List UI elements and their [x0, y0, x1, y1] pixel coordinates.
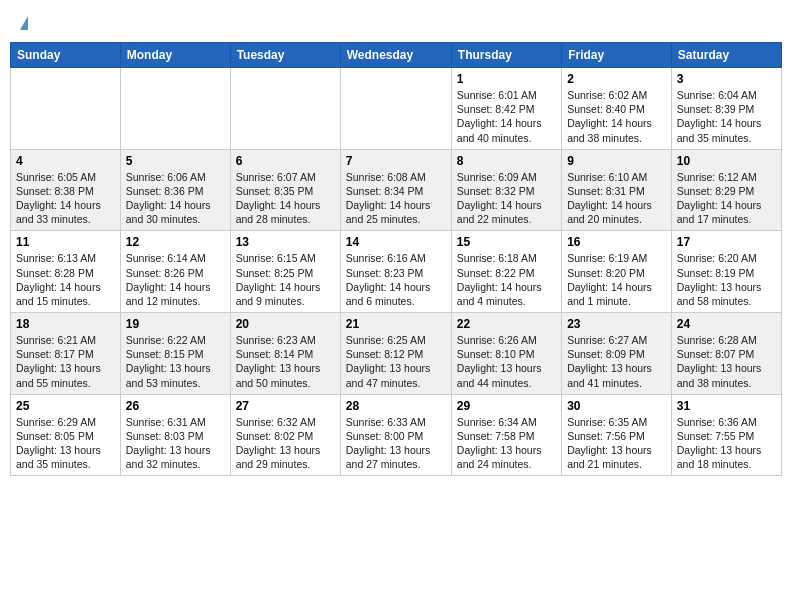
day-info: Sunrise: 6:02 AMSunset: 8:40 PMDaylight:…	[567, 88, 666, 145]
calendar-cell: 8Sunrise: 6:09 AMSunset: 8:32 PMDaylight…	[451, 149, 561, 231]
calendar-cell: 18Sunrise: 6:21 AMSunset: 8:17 PMDayligh…	[11, 313, 121, 395]
calendar-cell: 28Sunrise: 6:33 AMSunset: 8:00 PMDayligh…	[340, 394, 451, 476]
calendar-cell	[340, 68, 451, 150]
calendar-cell: 23Sunrise: 6:27 AMSunset: 8:09 PMDayligh…	[562, 313, 672, 395]
day-number: 31	[677, 399, 776, 413]
day-info: Sunrise: 6:18 AMSunset: 8:22 PMDaylight:…	[457, 251, 556, 308]
day-info: Sunrise: 6:06 AMSunset: 8:36 PMDaylight:…	[126, 170, 225, 227]
day-number: 21	[346, 317, 446, 331]
day-number: 9	[567, 154, 666, 168]
day-info: Sunrise: 6:29 AMSunset: 8:05 PMDaylight:…	[16, 415, 115, 472]
day-info: Sunrise: 6:05 AMSunset: 8:38 PMDaylight:…	[16, 170, 115, 227]
day-number: 7	[346, 154, 446, 168]
calendar-cell: 12Sunrise: 6:14 AMSunset: 8:26 PMDayligh…	[120, 231, 230, 313]
day-number: 6	[236, 154, 335, 168]
calendar-cell: 4Sunrise: 6:05 AMSunset: 8:38 PMDaylight…	[11, 149, 121, 231]
calendar-cell: 30Sunrise: 6:35 AMSunset: 7:56 PMDayligh…	[562, 394, 672, 476]
calendar-cell: 7Sunrise: 6:08 AMSunset: 8:34 PMDaylight…	[340, 149, 451, 231]
day-info: Sunrise: 6:15 AMSunset: 8:25 PMDaylight:…	[236, 251, 335, 308]
day-number: 4	[16, 154, 115, 168]
day-info: Sunrise: 6:14 AMSunset: 8:26 PMDaylight:…	[126, 251, 225, 308]
calendar-cell: 31Sunrise: 6:36 AMSunset: 7:55 PMDayligh…	[671, 394, 781, 476]
calendar-week-row: 4Sunrise: 6:05 AMSunset: 8:38 PMDaylight…	[11, 149, 782, 231]
day-info: Sunrise: 6:35 AMSunset: 7:56 PMDaylight:…	[567, 415, 666, 472]
calendar-table: SundayMondayTuesdayWednesdayThursdayFrid…	[10, 42, 782, 476]
day-number: 15	[457, 235, 556, 249]
weekday-header-friday: Friday	[562, 43, 672, 68]
calendar-cell: 24Sunrise: 6:28 AMSunset: 8:07 PMDayligh…	[671, 313, 781, 395]
day-number: 1	[457, 72, 556, 86]
day-info: Sunrise: 6:04 AMSunset: 8:39 PMDaylight:…	[677, 88, 776, 145]
day-number: 24	[677, 317, 776, 331]
day-info: Sunrise: 6:12 AMSunset: 8:29 PMDaylight:…	[677, 170, 776, 227]
calendar-cell: 10Sunrise: 6:12 AMSunset: 8:29 PMDayligh…	[671, 149, 781, 231]
calendar-week-row: 18Sunrise: 6:21 AMSunset: 8:17 PMDayligh…	[11, 313, 782, 395]
day-number: 17	[677, 235, 776, 249]
day-info: Sunrise: 6:26 AMSunset: 8:10 PMDaylight:…	[457, 333, 556, 390]
calendar-cell: 11Sunrise: 6:13 AMSunset: 8:28 PMDayligh…	[11, 231, 121, 313]
day-info: Sunrise: 6:25 AMSunset: 8:12 PMDaylight:…	[346, 333, 446, 390]
day-info: Sunrise: 6:28 AMSunset: 8:07 PMDaylight:…	[677, 333, 776, 390]
calendar-cell: 5Sunrise: 6:06 AMSunset: 8:36 PMDaylight…	[120, 149, 230, 231]
day-number: 29	[457, 399, 556, 413]
logo	[18, 16, 28, 30]
calendar-cell: 22Sunrise: 6:26 AMSunset: 8:10 PMDayligh…	[451, 313, 561, 395]
weekday-header-tuesday: Tuesday	[230, 43, 340, 68]
calendar-cell: 2Sunrise: 6:02 AMSunset: 8:40 PMDaylight…	[562, 68, 672, 150]
weekday-header-saturday: Saturday	[671, 43, 781, 68]
weekday-header-wednesday: Wednesday	[340, 43, 451, 68]
day-number: 12	[126, 235, 225, 249]
calendar-cell: 29Sunrise: 6:34 AMSunset: 7:58 PMDayligh…	[451, 394, 561, 476]
calendar-cell: 25Sunrise: 6:29 AMSunset: 8:05 PMDayligh…	[11, 394, 121, 476]
day-number: 25	[16, 399, 115, 413]
calendar-cell: 20Sunrise: 6:23 AMSunset: 8:14 PMDayligh…	[230, 313, 340, 395]
page-header	[10, 10, 782, 36]
day-info: Sunrise: 6:33 AMSunset: 8:00 PMDaylight:…	[346, 415, 446, 472]
calendar-cell: 27Sunrise: 6:32 AMSunset: 8:02 PMDayligh…	[230, 394, 340, 476]
day-info: Sunrise: 6:27 AMSunset: 8:09 PMDaylight:…	[567, 333, 666, 390]
day-info: Sunrise: 6:32 AMSunset: 8:02 PMDaylight:…	[236, 415, 335, 472]
day-number: 19	[126, 317, 225, 331]
day-number: 10	[677, 154, 776, 168]
day-number: 30	[567, 399, 666, 413]
day-info: Sunrise: 6:36 AMSunset: 7:55 PMDaylight:…	[677, 415, 776, 472]
weekday-header-thursday: Thursday	[451, 43, 561, 68]
calendar-cell	[230, 68, 340, 150]
day-info: Sunrise: 6:13 AMSunset: 8:28 PMDaylight:…	[16, 251, 115, 308]
day-number: 22	[457, 317, 556, 331]
day-info: Sunrise: 6:09 AMSunset: 8:32 PMDaylight:…	[457, 170, 556, 227]
day-number: 14	[346, 235, 446, 249]
calendar-cell: 13Sunrise: 6:15 AMSunset: 8:25 PMDayligh…	[230, 231, 340, 313]
day-info: Sunrise: 6:08 AMSunset: 8:34 PMDaylight:…	[346, 170, 446, 227]
day-number: 16	[567, 235, 666, 249]
calendar-cell: 19Sunrise: 6:22 AMSunset: 8:15 PMDayligh…	[120, 313, 230, 395]
calendar-cell	[120, 68, 230, 150]
calendar-cell: 6Sunrise: 6:07 AMSunset: 8:35 PMDaylight…	[230, 149, 340, 231]
day-number: 11	[16, 235, 115, 249]
calendar-cell: 9Sunrise: 6:10 AMSunset: 8:31 PMDaylight…	[562, 149, 672, 231]
day-number: 2	[567, 72, 666, 86]
day-info: Sunrise: 6:07 AMSunset: 8:35 PMDaylight:…	[236, 170, 335, 227]
day-info: Sunrise: 6:31 AMSunset: 8:03 PMDaylight:…	[126, 415, 225, 472]
day-info: Sunrise: 6:01 AMSunset: 8:42 PMDaylight:…	[457, 88, 556, 145]
day-number: 23	[567, 317, 666, 331]
weekday-header-row: SundayMondayTuesdayWednesdayThursdayFrid…	[11, 43, 782, 68]
calendar-cell: 16Sunrise: 6:19 AMSunset: 8:20 PMDayligh…	[562, 231, 672, 313]
day-info: Sunrise: 6:23 AMSunset: 8:14 PMDaylight:…	[236, 333, 335, 390]
weekday-header-monday: Monday	[120, 43, 230, 68]
calendar-week-row: 11Sunrise: 6:13 AMSunset: 8:28 PMDayligh…	[11, 231, 782, 313]
day-info: Sunrise: 6:22 AMSunset: 8:15 PMDaylight:…	[126, 333, 225, 390]
day-number: 3	[677, 72, 776, 86]
day-info: Sunrise: 6:21 AMSunset: 8:17 PMDaylight:…	[16, 333, 115, 390]
day-number: 8	[457, 154, 556, 168]
calendar-cell: 26Sunrise: 6:31 AMSunset: 8:03 PMDayligh…	[120, 394, 230, 476]
day-number: 5	[126, 154, 225, 168]
calendar-cell: 1Sunrise: 6:01 AMSunset: 8:42 PMDaylight…	[451, 68, 561, 150]
day-number: 28	[346, 399, 446, 413]
calendar-week-row: 1Sunrise: 6:01 AMSunset: 8:42 PMDaylight…	[11, 68, 782, 150]
calendar-week-row: 25Sunrise: 6:29 AMSunset: 8:05 PMDayligh…	[11, 394, 782, 476]
calendar-cell: 15Sunrise: 6:18 AMSunset: 8:22 PMDayligh…	[451, 231, 561, 313]
day-info: Sunrise: 6:10 AMSunset: 8:31 PMDaylight:…	[567, 170, 666, 227]
calendar-cell: 3Sunrise: 6:04 AMSunset: 8:39 PMDaylight…	[671, 68, 781, 150]
day-number: 27	[236, 399, 335, 413]
